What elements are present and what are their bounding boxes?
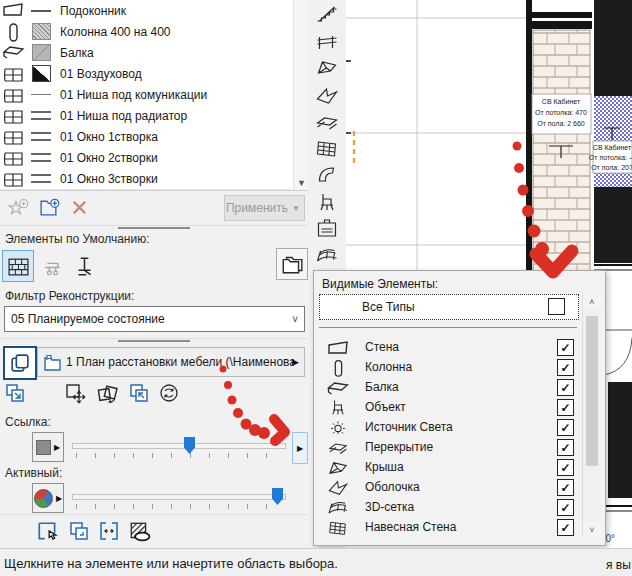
- element-checkbox[interactable]: ✓: [557, 379, 574, 396]
- reference-opacity-slider[interactable]: [72, 443, 286, 449]
- tool-slab[interactable]: [312, 110, 342, 134]
- window-icon: [0, 147, 26, 168]
- folders-button[interactable]: [276, 248, 308, 280]
- column-icon: [323, 358, 353, 377]
- svg-text:От потолка: 470: От потолка: 470: [535, 109, 587, 116]
- arrow-right-icon: ▶: [54, 443, 60, 452]
- element-checkbox[interactable]: ✓: [557, 399, 574, 416]
- pen-swatch: [31, 132, 51, 141]
- scroll-down-icon[interactable]: ▼: [294, 175, 309, 190]
- scroll-down-icon[interactable]: ˅: [583, 522, 601, 537]
- transfer-reference-button[interactable]: [2, 380, 28, 406]
- list-item[interactable]: Балка: [0, 42, 292, 64]
- popup-title: Видимые Элементы:: [322, 277, 438, 291]
- apply-button[interactable]: Применить: [224, 195, 290, 221]
- tool-mesh[interactable]: [312, 244, 342, 268]
- element-checkbox[interactable]: ✓: [557, 359, 574, 376]
- profile-tool-button[interactable]: [68, 250, 100, 282]
- list-item[interactable]: 01 Ниша под радиатор: [0, 105, 292, 127]
- window-icon: [0, 168, 26, 189]
- scrollbar-thumb[interactable]: [586, 316, 598, 466]
- reset-reference-button[interactable]: [156, 380, 182, 406]
- list-item[interactable]: 01 Окно 1створка: [0, 126, 292, 148]
- element-type-label: Крыша: [365, 460, 404, 474]
- scroll-up-icon[interactable]: ˄: [583, 294, 601, 309]
- apply-dropdown-arrow[interactable]: ▼: [288, 195, 305, 221]
- trace-reference-toggle[interactable]: [3, 346, 37, 380]
- element-type-row[interactable]: Оболочка✓: [319, 477, 577, 497]
- renovation-filter-select[interactable]: 05 Планируемое состояние ˅: [4, 306, 305, 332]
- favorite-label: Балка: [60, 46, 94, 60]
- send-back-button[interactable]: [66, 518, 92, 544]
- sync-icon: [158, 382, 180, 404]
- element-checkbox[interactable]: ✓: [557, 419, 574, 436]
- tool-roof[interactable]: [312, 56, 342, 80]
- svg-text:От пола: 2 660: От пола: 2 660: [537, 120, 585, 127]
- all-types-row[interactable]: Все Типы: [319, 294, 579, 320]
- element-checkbox[interactable]: ✓: [557, 439, 574, 456]
- rotate-icon: [96, 382, 119, 405]
- wall-icon: [323, 338, 353, 357]
- splitter-handle[interactable]: [118, 227, 190, 229]
- profile-icon: [73, 255, 96, 278]
- list-item[interactable]: 01 Окно 2створки: [0, 147, 292, 169]
- element-type-row[interactable]: Колонна✓: [319, 357, 577, 377]
- all-types-checkbox[interactable]: [548, 298, 565, 315]
- list-item[interactable]: 01 Окно 3створки: [0, 168, 292, 190]
- new-folder-button[interactable]: [36, 194, 62, 220]
- element-checkbox[interactable]: ✓: [557, 519, 574, 536]
- window-icon: [0, 126, 26, 147]
- pick-reference-button[interactable]: [34, 518, 60, 544]
- element-type-row[interactable]: Балка✓: [319, 377, 577, 397]
- railing-icon: [314, 31, 340, 53]
- favorites-scrollbar[interactable]: ▼: [293, 0, 309, 190]
- element-type-row[interactable]: Объект✓: [319, 397, 577, 417]
- element-checkbox[interactable]: ✓: [557, 339, 574, 356]
- element-type-row[interactable]: 3D-сетка✓: [319, 497, 577, 517]
- roller-tool-button[interactable]: [36, 250, 68, 282]
- element-checkbox[interactable]: ✓: [557, 479, 574, 496]
- tool-shell[interactable]: [312, 84, 342, 108]
- element-type-row[interactable]: Крыша✓: [319, 457, 577, 477]
- move-reference-button[interactable]: [62, 380, 88, 406]
- pen-swatch: [31, 94, 51, 95]
- splitter-handle[interactable]: [118, 340, 190, 342]
- popup-scrollbar[interactable]: ˄ ˅: [582, 294, 601, 537]
- element-checkbox[interactable]: ✓: [557, 499, 574, 516]
- default-elements-button[interactable]: [2, 250, 34, 282]
- rotate-reference-button[interactable]: [94, 380, 120, 406]
- reference-color-button[interactable]: ▶: [32, 432, 64, 462]
- tool-object[interactable]: [312, 190, 342, 214]
- slab-icon: [314, 111, 340, 133]
- tool-railing[interactable]: [312, 30, 342, 54]
- element-type-row[interactable]: Перекрытие✓: [319, 437, 577, 457]
- tool-zone[interactable]: [312, 216, 342, 240]
- reference-selector[interactable]: 1 План расстановки мебели (\Наименован..…: [37, 347, 305, 377]
- tool-stairs[interactable]: [312, 2, 342, 26]
- tool-morph[interactable]: [312, 162, 342, 186]
- window-icon: [0, 105, 26, 126]
- delete-favorite-button[interactable]: [66, 194, 92, 220]
- active-opacity-slider[interactable]: [72, 494, 286, 500]
- fill-display-button[interactable]: [126, 518, 152, 544]
- list-item[interactable]: 01 Ниша под комуникации: [0, 84, 292, 106]
- active-slider-thumb[interactable]: [272, 488, 283, 505]
- active-color-button[interactable]: ▶: [32, 483, 64, 513]
- element-type-row[interactable]: Навесная Стена✓: [319, 517, 577, 537]
- status-bar: Щелкните на элементе или начертите облас…: [0, 548, 632, 576]
- chevron-down-icon: ˅: [292, 314, 298, 325]
- copy-back-button[interactable]: [126, 380, 152, 406]
- shell-icon: [314, 85, 340, 107]
- reference-slider-thumb[interactable]: [184, 437, 195, 454]
- element-checkbox[interactable]: ✓: [557, 459, 574, 476]
- tool-curtain-wall[interactable]: [312, 136, 342, 160]
- reference-options-button[interactable]: ▶: [292, 432, 308, 464]
- list-item[interactable]: 01 Воздуховод: [0, 63, 292, 85]
- list-item[interactable]: Подоконник: [0, 0, 292, 22]
- window-icon: [0, 63, 26, 84]
- list-item[interactable]: Колонна 400 на 400: [0, 21, 292, 43]
- element-type-row[interactable]: Источник Света✓: [319, 417, 577, 437]
- new-favorite-button[interactable]: [4, 194, 30, 220]
- element-type-row[interactable]: Стена✓: [319, 337, 577, 357]
- split-compare-button[interactable]: [96, 518, 122, 544]
